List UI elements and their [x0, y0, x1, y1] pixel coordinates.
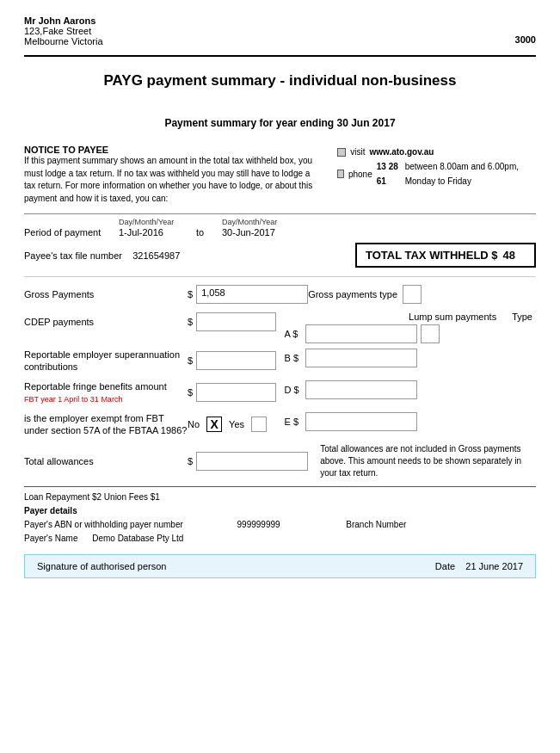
lump-b-input[interactable] — [305, 349, 417, 367]
period-values-row: Period of payment 1-Jul-2016 to 30-Jun-2… — [24, 227, 536, 238]
lump-d-row: D $ — [285, 380, 537, 399]
notice-left: NOTICE TO PAYEE If this payment summary … — [24, 145, 322, 205]
period-from-value: 1-Jul-2016 — [119, 227, 196, 238]
gross-payments-input[interactable]: 1,058 — [196, 285, 308, 304]
total-tax-value: 48 — [503, 249, 515, 262]
payment-summary-year: Payment summary for year ending 30 Jun 2… — [24, 117, 536, 129]
gross-payments-row: Gross Payments $ 1,058 Gross payments ty… — [24, 284, 536, 305]
recipient-name: Mr John Aarons — [24, 15, 103, 26]
phone-number: 13 28 61 — [377, 159, 401, 188]
abn-row: Payer's ABN or withholding payer number … — [24, 518, 536, 532]
tfn-label: Payee's tax file number — [24, 250, 122, 261]
exempt-options: No X Yes — [188, 417, 267, 432]
page-title: PAYG payment summary - individual non-bu… — [24, 72, 536, 89]
lump-a-row: A $ — [285, 324, 537, 343]
lump-a-input[interactable] — [305, 324, 417, 343]
total-allowances-input[interactable] — [196, 452, 308, 471]
lump-e-label: E $ — [285, 417, 302, 427]
exempt-no-checkbox[interactable]: X — [206, 417, 222, 432]
exempt-yes-label: Yes — [229, 419, 244, 429]
exempt-yes-checkbox[interactable] — [251, 417, 267, 432]
payer-details-title: Payer details — [24, 504, 536, 518]
reportable-fringe-sub: FBT year 1 April to 31 March — [24, 395, 122, 404]
footer-rule — [24, 486, 536, 487]
tfn-value: 321654987 — [132, 250, 180, 261]
loan-union-text: Loan Repayment $2 Union Fees $1 — [24, 491, 536, 504]
phone-hours: between 8.00am and 6.00pm, Monday to Fri… — [405, 159, 536, 188]
lump-b-row: B $ — [285, 349, 537, 367]
form-section: Gross Payments $ 1,058 Gross payments ty… — [24, 284, 536, 479]
top-divider — [24, 55, 536, 57]
allowances-dollar: $ — [188, 456, 193, 466]
reportable-employer-label: Reportable employer superannuation contr… — [24, 349, 188, 373]
lump-e-row: E $ — [285, 412, 537, 431]
abn-label: Payer's ABN or withholding payer number — [24, 518, 183, 532]
cdep-dollar-sign: $ — [188, 317, 193, 327]
exempt-label: is the employer exempt from FBT under se… — [24, 412, 188, 437]
gross-dollar-sign: $ — [188, 289, 193, 299]
reportable-fringe-row: Reportable fringe benefits amount FBT ye… — [24, 380, 276, 405]
reportable-fringe-label: Reportable fringe benefits amount FBT ye… — [24, 380, 188, 405]
payer-name-label: Payer's Name — [24, 534, 78, 543]
period-dmy-label2: Day/Month/Year — [222, 218, 299, 226]
cdep-input[interactable] — [196, 312, 275, 331]
signature-label: Signature of authorised person — [37, 561, 166, 571]
footer-info: Loan Repayment $2 Union Fees $1 Payer de… — [24, 491, 536, 546]
header-address: Mr John Aarons 123,Fake Street Melbourne… — [24, 15, 536, 46]
reportable-fringe-input[interactable] — [196, 383, 275, 402]
visit-checkbox-icon — [337, 148, 346, 157]
reportable-employer-input[interactable] — [196, 351, 275, 370]
payer-name-value: Demo Database Pty Ltd — [92, 534, 183, 543]
gross-payments-label: Gross Payments — [24, 288, 188, 300]
exempt-no-label: No — [188, 419, 200, 429]
recipient-address1: 123,Fake Street — [24, 26, 103, 36]
period-dmy-label1: Day/Month/Year — [119, 218, 196, 226]
gross-type-box[interactable] — [403, 285, 422, 304]
payer-name-row: Payer's Name Demo Database Pty Ltd — [24, 532, 536, 546]
cdep-row: CDEP payments $ — [24, 312, 276, 332]
notice-body: If this payment summary shows an amount … — [24, 155, 322, 205]
lump-e-input[interactable] — [305, 412, 417, 431]
phone-checkbox-icon — [337, 170, 344, 178]
section-rule-1 — [24, 213, 536, 214]
date-value: 21 June 2017 — [465, 561, 523, 571]
phone-row: phone 13 28 61 between 8.00am and 6.00pm… — [337, 159, 536, 188]
mid-rule — [24, 276, 536, 277]
notice-section: NOTICE TO PAYEE If this payment summary … — [24, 145, 536, 205]
gross-right: Gross payments type — [308, 285, 536, 304]
lump-b-label: B $ — [285, 353, 302, 363]
lump-d-label: D $ — [285, 385, 302, 395]
signature-box: Signature of authorised person Date 21 J… — [24, 554, 536, 578]
lump-sum-label: Lump sum payments — [409, 312, 496, 322]
allowances-note: Total allowances are not included in Gro… — [308, 443, 536, 479]
notice-title: NOTICE TO PAYEE — [24, 145, 322, 155]
exempt-row: is the employer exempt from FBT under se… — [24, 412, 276, 437]
total-allowances-row: Total allowances $ Total allowances are … — [24, 443, 536, 479]
recipient-postcode: 3000 — [515, 34, 536, 45]
lump-a-type-input[interactable] — [421, 324, 440, 343]
rep-emp-dollar: $ — [188, 355, 193, 366]
total-tax-label: TOTAL TAX WITHHELD $ — [366, 249, 498, 262]
cdep-label: CDEP payments — [24, 316, 188, 328]
visit-url: www.ato.gov.au — [369, 145, 434, 159]
total-allowances-label: Total allowances — [24, 455, 188, 467]
reportable-employer-row: Reportable employer superannuation contr… — [24, 349, 276, 373]
total-tax-box: TOTAL TAX WITHHELD $ 48 — [355, 243, 536, 268]
date-section: Date 21 June 2017 — [435, 561, 523, 571]
period-to-label: to — [196, 227, 222, 238]
notice-right: visit www.ato.gov.au phone 13 28 61 betw… — [337, 145, 536, 205]
period-to-value: 30-Jun-2017 — [222, 227, 275, 238]
date-label: Date — [435, 561, 455, 571]
phone-label: phone — [348, 167, 372, 182]
fringe-dollar: $ — [188, 387, 193, 398]
abn-value: 999999999 — [237, 518, 280, 532]
period-labels-row: Day/Month/Year Day/Month/Year — [24, 218, 536, 226]
lump-sum-type-label: Type — [512, 312, 532, 322]
lump-header-row: Lump sum payments Type — [285, 312, 537, 322]
recipient-address2: Melbourne Victoria — [24, 36, 103, 46]
period-label: Period of payment — [24, 227, 119, 238]
lump-d-input[interactable] — [305, 380, 417, 399]
branch-label: Branch Number — [346, 518, 406, 532]
visit-label: visit — [350, 145, 365, 159]
visit-row: visit www.ato.gov.au — [337, 145, 536, 159]
